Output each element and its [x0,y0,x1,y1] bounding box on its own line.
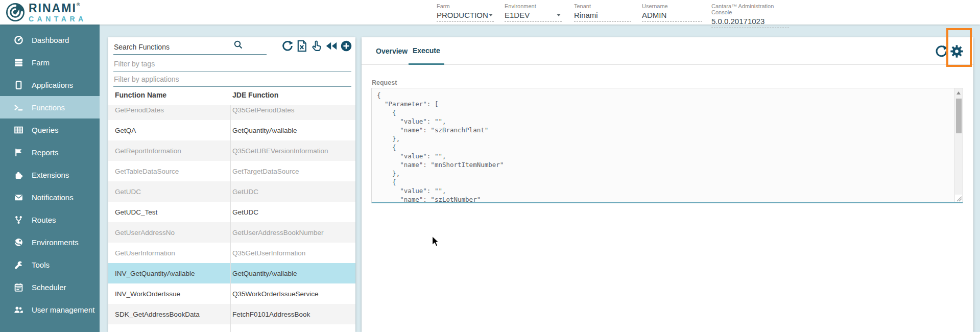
filter-by-applications-input[interactable] [113,73,351,87]
functions-terminal-icon [13,102,23,112]
environment-select[interactable]: Environment E1DEV [505,3,562,22]
table-row[interactable]: GetTableDataSourceGetTargetDataSource [108,161,355,181]
chevron-down-icon[interactable] [557,14,561,16]
column-divider [230,105,231,332]
sidebar-item-scheduler[interactable]: Scheduler [0,276,100,298]
farm-icon [13,57,23,67]
functions-list-panel: Function Name JDE Function GetPeriodDate… [108,37,355,332]
routes-branch-icon [13,215,23,225]
sidebar-item-user-management[interactable]: User management [0,298,100,321]
extensions-puzzle-icon [13,170,23,180]
farm-value: PRODUCTION [437,11,488,19]
table-row[interactable]: GetUserAddressNoGetUserAddressBookNumber [108,222,355,243]
notifications-envelope-icon [13,192,23,202]
farm-select[interactable]: Farm PRODUCTION [437,3,494,22]
scroll-up-arrow[interactable] [957,91,961,94]
settings-gear-icon[interactable] [949,43,964,59]
sidebar-item-routes[interactable]: Routes [0,208,100,231]
sidebar-item-label: User management [32,305,94,314]
sidebar-item-label: Functions [32,103,65,112]
sidebar-item-reports[interactable]: Reports [0,141,100,163]
scrollbar-thumb[interactable] [956,99,962,133]
sidebar-item-label: Farm [32,58,50,67]
sidebar-item-label: Notifications [32,193,74,202]
request-section-label: Request [372,79,397,86]
tab-execute[interactable]: Execute [409,37,444,65]
table-row[interactable]: INV_WorkOrderIssueQ35WorkOrderIssueServi… [108,283,355,304]
refresh-icon[interactable] [934,43,949,59]
table-row[interactable]: GetUserInformationQ35GetUserInformation [108,243,355,263]
farm-label: Farm [437,3,494,9]
textarea-resize-grip[interactable] [955,195,962,202]
registered-mark: ® [77,2,81,7]
sidebar-item-environments[interactable]: Environments [0,231,100,253]
tab-overview[interactable]: Overview [372,37,412,65]
editor-scrollbar[interactable] [954,88,963,203]
tenant-value: Rinami [574,11,598,19]
queries-icon [13,125,23,135]
console-title-label: Cantara™ Administration Console [711,3,789,15]
console-version-value: 5.0.0.20171023 [711,17,764,26]
refresh-icon[interactable] [281,40,294,53]
sidebar-item-applications[interactable]: Applications [0,74,100,96]
table-row[interactable]: SDK_GetAddressBookDataFetchF0101AddressB… [108,304,355,324]
sidebar-item-functions[interactable]: Functions [0,96,100,118]
chevron-down-icon[interactable] [489,14,493,16]
username-label: Username [642,3,702,9]
column-header-function-name: Function Name [115,91,166,99]
search-functions-input[interactable] [113,41,267,55]
request-json-content[interactable]: { "Parameter": [ { "value": "", "name": … [372,88,954,202]
tools-wrench-icon [13,259,23,270]
app-root: RINAMI® CANTARA Farm PRODUCTION Environm… [0,0,980,332]
column-header-jde-function: JDE Function [232,91,278,99]
sidebar-item-queries[interactable]: Queries [0,118,100,141]
reports-flag-icon [13,147,23,157]
export-excel-icon[interactable] [296,40,308,53]
environment-label: Environment [505,3,562,9]
functions-toolbar [281,38,352,54]
rinami-cantara-logo: RINAMI® CANTARA [5,2,87,22]
sidebar-item-label: Applications [32,81,73,89]
environments-globe-icon [13,237,23,247]
sidebar-item-tools[interactable]: Tools [0,253,100,276]
table-row[interactable]: GetReportInformationQ35GetUBEVersionInfo… [108,140,355,161]
top-header: RINAMI® CANTARA Farm PRODUCTION Environm… [0,0,980,25]
sidebar-item-label: Tools [32,260,50,269]
logo-text-cantara: CANTARA [29,15,87,22]
sidebar-nav: Dashboard Farm Applications Functions Qu… [0,25,100,332]
add-function-icon[interactable] [340,40,352,53]
table-row-selected[interactable]: INV_GetQuantityAvailableGetQuantityAvail… [108,263,355,283]
sidebar-item-dashboard[interactable]: Dashboard [0,29,100,51]
sidebar-item-notifications[interactable]: Notifications [0,186,100,208]
username-value: ADMIN [642,11,666,19]
filter-by-tags-input[interactable] [113,58,351,72]
table-row[interactable]: GetPeriodDatesQ35GetPeriodDates [108,105,355,120]
username-field: Username ADMIN [642,3,702,22]
table-row[interactable] [108,324,355,332]
search-icon[interactable] [233,40,243,52]
rinami-logo-icon [5,2,26,22]
environment-value: E1DEV [505,11,530,19]
sidebar-item-extensions[interactable]: Extensions [0,163,100,186]
scheduler-calendar-icon [13,282,23,292]
sidebar-item-label: Dashboard [32,36,69,44]
console-version-field: Cantara™ Administration Console 5.0.0.20… [711,3,789,28]
logo-text-rinami: RINAMI [29,2,77,15]
request-json-editor[interactable]: { "Parameter": [ { "value": "", "name": … [371,88,963,203]
hand-pointer-icon[interactable] [310,40,323,53]
sidebar-item-farm[interactable]: Farm [0,51,100,74]
sidebar-item-label: Reports [32,148,59,157]
sidebar-item-label: Extensions [32,171,69,179]
table-row[interactable]: GetUDCGetUDC [108,181,355,202]
functions-table-header: Function Name JDE Function [108,91,355,105]
table-row[interactable]: GetUDC_TestGetUDC [108,202,355,222]
sidebar-item-label: Queries [32,126,59,134]
tenant-label: Tenant [574,3,631,9]
table-row[interactable]: GetQAGetQuantityAvailable [108,120,355,140]
dashboard-icon [13,35,23,45]
tenant-field: Tenant Rinami [574,3,631,22]
sidebar-item-label: Routes [32,216,56,224]
rewind-icon[interactable] [325,40,338,53]
detail-tabs: Overview Execute [362,37,973,65]
function-detail-panel: Overview Execute [362,37,973,332]
